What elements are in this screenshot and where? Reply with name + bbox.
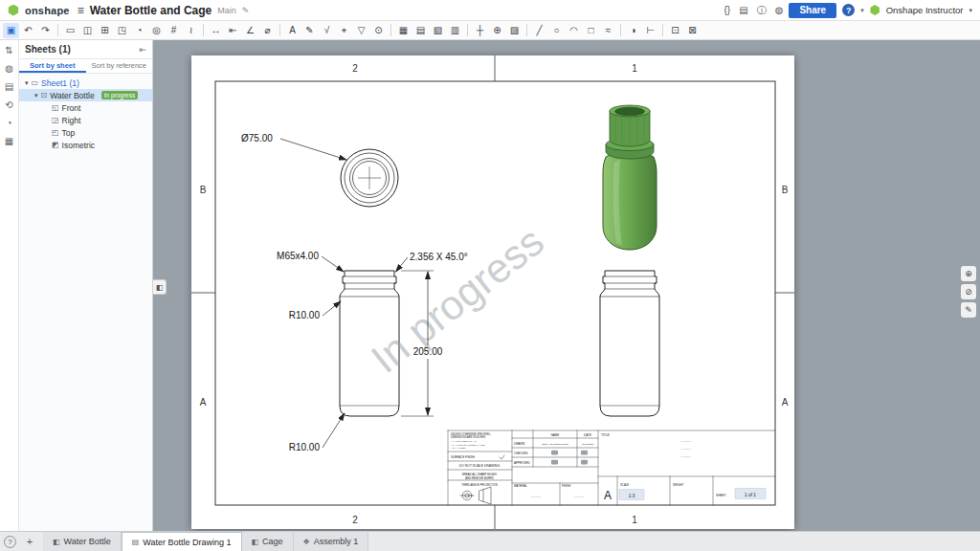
- break-view-icon[interactable]: ≀: [183, 23, 199, 38]
- callout-icon[interactable]: ✎: [301, 23, 318, 38]
- arc-tool-icon[interactable]: ◠: [566, 23, 582, 38]
- detail-view-icon[interactable]: ◎: [148, 23, 165, 38]
- follow-icon[interactable]: ⇅: [5, 45, 12, 55]
- title-placeholder[interactable]: -----: [681, 446, 692, 452]
- diameter-dimension[interactable]: Ø75.00: [241, 133, 273, 143]
- scale-value[interactable]: 1:3: [629, 494, 635, 498]
- drawing-canvas[interactable]: 2 1 2 1 B A B A: [153, 40, 980, 531]
- finish-placeholder[interactable]: -----: [574, 494, 585, 499]
- title-placeholder[interactable]: -----: [681, 453, 692, 459]
- help-button[interactable]: ?: [842, 4, 855, 16]
- versions-icon[interactable]: ⟲: [5, 99, 12, 110]
- divider[interactable]: [620, 24, 621, 36]
- edit-appearance-icon[interactable]: ✎: [961, 302, 976, 318]
- centerline-icon[interactable]: ┼: [472, 23, 488, 38]
- divider[interactable]: [662, 24, 663, 36]
- diameter-dimension-icon[interactable]: ⌀: [259, 23, 276, 38]
- sort-tab[interactable]: Sort by reference: [86, 59, 153, 73]
- document-tab[interactable]: ❖ Assembly 1: [294, 532, 369, 551]
- view-row[interactable]: ◲ Right: [19, 114, 152, 126]
- divider[interactable]: [57, 24, 58, 36]
- workspace-branch-label[interactable]: Main: [217, 6, 236, 15]
- view-row[interactable]: ◩ Isometric: [19, 139, 152, 151]
- properties-icon[interactable]: ▦: [5, 136, 13, 146]
- drawing-sheet-svg[interactable]: 2 1 2 1 B A B A: [191, 55, 794, 529]
- view-row[interactable]: ◱ Front: [19, 101, 152, 114]
- dimension-icon[interactable]: ↔: [208, 23, 224, 38]
- user-name[interactable]: Onshape Instructor: [886, 5, 964, 15]
- divider[interactable]: [279, 24, 280, 36]
- show-hide-icon[interactable]: ◑: [625, 23, 641, 38]
- sheet-row[interactable]: ▾ ▭ Sheet1 (1): [19, 77, 152, 89]
- measure-icon[interactable]: ⊢: [642, 23, 658, 38]
- comment-icon[interactable]: ◍: [5, 63, 13, 74]
- zoom-fit-icon[interactable]: ⊕: [961, 266, 976, 281]
- clipboard-icon[interactable]: ▤: [5, 81, 13, 92]
- sort-tab[interactable]: Sort by sheet: [19, 59, 86, 73]
- sheet-properties-icon[interactable]: ◫: [79, 23, 96, 38]
- material-placeholder[interactable]: -----: [531, 494, 542, 499]
- collapse-panel-icon[interactable]: ⇤: [139, 45, 146, 55]
- panel-collapse-button[interactable]: ◧: [153, 279, 167, 295]
- spline-tool-icon[interactable]: ≈: [600, 23, 616, 38]
- share-button[interactable]: Share: [789, 3, 836, 18]
- info-icon[interactable]: ⓘ: [757, 4, 767, 17]
- drawn-date[interactable]: 05/08/2023: [582, 443, 594, 446]
- rectangle-tool-icon[interactable]: □: [583, 23, 599, 38]
- note-icon[interactable]: A: [284, 23, 301, 38]
- divider[interactable]: [526, 24, 527, 36]
- featurescript-icon[interactable]: {}: [724, 5, 731, 15]
- height-dimension[interactable]: 205.00: [413, 346, 443, 357]
- table-icon[interactable]: ▦: [395, 23, 412, 38]
- revision-table-icon[interactable]: ▥: [447, 23, 463, 38]
- sheet-value[interactable]: 1 of 1: [745, 493, 756, 497]
- main-menu-icon[interactable]: ≡: [78, 4, 84, 17]
- app-store-icon[interactable]: ◍: [775, 5, 784, 15]
- redo-icon[interactable]: ↷: [37, 23, 54, 38]
- caret-down-icon[interactable]: ▾: [34, 92, 38, 99]
- hole-table-icon[interactable]: ▤: [412, 23, 429, 38]
- document-tab[interactable]: ▤ Water Bottle Drawing 1: [122, 532, 242, 551]
- divider[interactable]: [467, 24, 468, 36]
- hatch-icon[interactable]: ▨: [506, 23, 523, 38]
- caret-down-icon[interactable]: ▾: [25, 79, 29, 87]
- angle-dimension-icon[interactable]: ∠: [242, 23, 258, 38]
- bom-table-icon[interactable]: ▧: [430, 23, 446, 38]
- drawn-name[interactable]: ONSHAPE INSTRUCTOR: [542, 443, 568, 446]
- datum-icon[interactable]: ▽: [353, 23, 369, 38]
- title-placeholder[interactable]: -----: [681, 438, 692, 444]
- balloon-icon[interactable]: ⊙: [370, 23, 387, 38]
- divider[interactable]: [390, 24, 391, 36]
- onshape-logo-icon[interactable]: [8, 5, 19, 16]
- divider[interactable]: [203, 24, 204, 36]
- chamfer-dimension[interactable]: 2.356 X 45.0°: [410, 252, 468, 262]
- crop-view-icon[interactable]: #: [166, 23, 182, 38]
- user-caret-icon[interactable]: ▾: [969, 7, 972, 14]
- surface-finish-icon[interactable]: √: [319, 23, 335, 38]
- insert-view-icon[interactable]: ⊞: [97, 23, 113, 38]
- line-tool-icon[interactable]: ╱: [531, 23, 547, 38]
- ordinate-dimension-icon[interactable]: ⇤: [225, 23, 241, 38]
- hide-annotations-icon[interactable]: ⊘: [961, 284, 976, 299]
- isometric-view[interactable]: [603, 105, 657, 250]
- document-tab[interactable]: ◧ Cage: [242, 532, 294, 551]
- circle-tool-icon[interactable]: ○: [548, 23, 565, 38]
- add-tab-button[interactable]: +: [22, 534, 37, 549]
- spreadsheet-icon[interactable]: ▤: [739, 5, 747, 15]
- center-mark-icon[interactable]: ⊕: [489, 23, 505, 38]
- radius-bottom-dimension[interactable]: R10.00: [289, 442, 321, 452]
- title-block[interactable]: UNLESS OTHERWISE SPECIFIED, DIMENSIONS A…: [448, 430, 775, 505]
- help-caret-icon[interactable]: ▾: [860, 7, 864, 14]
- top-view[interactable]: [341, 149, 398, 207]
- select-tool-icon[interactable]: ▣: [3, 23, 19, 38]
- geometric-tolerance-icon[interactable]: ⌖: [336, 23, 352, 38]
- document-tab[interactable]: ◧ Water Bottle: [43, 532, 122, 551]
- edit-workspace-icon[interactable]: ✎: [242, 6, 250, 15]
- zoom-fit-icon[interactable]: ⊠: [684, 23, 701, 38]
- thread-dimension[interactable]: M65x4.00: [277, 251, 319, 261]
- right-view[interactable]: [600, 271, 659, 416]
- drawing-sheet[interactable]: 2 1 2 1 B A B A: [191, 55, 794, 529]
- view-row[interactable]: ◰ Top: [19, 126, 152, 139]
- drawing-row[interactable]: ▾ ⊡ Water Bottle In progress: [19, 89, 152, 101]
- section-view-icon[interactable]: ◔: [131, 23, 147, 38]
